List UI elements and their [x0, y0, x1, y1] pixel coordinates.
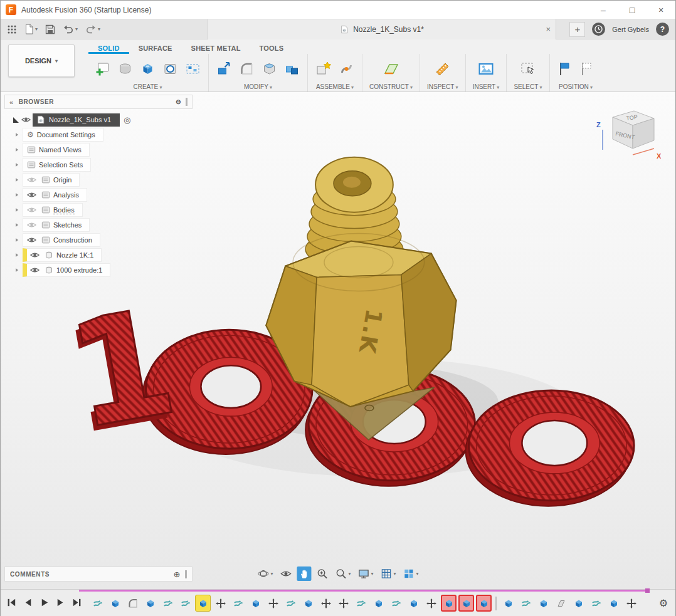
capture-position-icon[interactable] — [557, 61, 573, 77]
viewports-button[interactable]: ▾ — [401, 566, 421, 581]
maximize-button[interactable]: □ — [618, 1, 647, 19]
timeline-feature-extrude[interactable] — [248, 595, 263, 612]
timeline-feature-extrude[interactable] — [300, 595, 316, 612]
visibility-eye-icon[interactable] — [30, 266, 40, 274]
visibility-eye-off-icon[interactable] — [27, 221, 36, 229]
press-pull-icon[interactable] — [216, 61, 233, 77]
browser-item-selection-sets[interactable]: Selection Sets — [4, 158, 193, 172]
group-label-inspect[interactable]: INSPECT — [427, 83, 458, 90]
measure-icon[interactable] — [434, 61, 451, 77]
timeline-feature-extrude[interactable] — [107, 595, 123, 612]
viewcube[interactable]: Z TOP FRONT X — [594, 100, 664, 166]
timeline-feature-extrude[interactable] — [142, 595, 158, 612]
expand-arrow-icon[interactable] — [14, 253, 19, 258]
expand-arrow-icon[interactable] — [14, 207, 19, 212]
skip-to-start-button[interactable] — [6, 597, 18, 608]
zoom-button[interactable] — [314, 566, 330, 581]
orbit-button[interactable]: ▾ — [255, 566, 275, 581]
timeline-feature-move[interactable] — [335, 595, 351, 612]
play-button[interactable] — [38, 597, 50, 608]
group-label-assemble[interactable]: ASSEMBLE — [316, 83, 354, 90]
pattern-icon[interactable] — [184, 61, 201, 77]
group-label-insert[interactable]: INSERT — [473, 83, 500, 90]
hole-icon[interactable] — [162, 61, 179, 77]
group-label-position[interactable]: POSITION — [559, 83, 593, 90]
document-tab[interactable]: Nozzle_1K_Subs v1* × — [208, 19, 556, 39]
construction-plane-icon[interactable] — [383, 61, 400, 77]
timeline-feature-sketch[interactable] — [388, 595, 404, 612]
insert-canvas-icon[interactable] — [477, 61, 495, 77]
timeline-feature-sketch[interactable] — [353, 595, 369, 612]
tab-sheet-metal[interactable]: SHEET METAL — [182, 42, 250, 54]
fillet-icon[interactable] — [238, 61, 255, 77]
group-label-create[interactable]: CREATE — [133, 83, 162, 90]
visibility-eye-icon[interactable] — [21, 116, 31, 123]
timeline-feature-move[interactable] — [318, 595, 334, 612]
visibility-eye-icon[interactable] — [27, 191, 36, 199]
viewport-canvas[interactable]: 1 1 — [1, 92, 675, 589]
expand-arrow-icon[interactable] — [14, 177, 19, 182]
browser-item-origin[interactable]: Origin — [4, 173, 193, 187]
browser-root-row[interactable]: Nozzle_1K_Subs v1 ◎ — [4, 113, 193, 127]
timeline-feature-sketch[interactable] — [230, 595, 246, 612]
skip-to-end-button[interactable] — [71, 597, 83, 608]
expand-arrow-icon[interactable] — [14, 192, 19, 197]
timeline-feature-move[interactable] — [213, 595, 228, 612]
browser-item-nozzle-1k[interactable]: Nozzle 1K:1 — [4, 248, 193, 262]
zero-disc-3[interactable] — [466, 390, 634, 506]
timeline-scrubber[interactable] — [79, 590, 645, 592]
timeline-feature-sketch[interactable] — [283, 595, 298, 612]
timeline-feature-move[interactable] — [265, 595, 281, 612]
timeline-feature-extrude[interactable] — [441, 595, 457, 612]
visibility-eye-off-icon[interactable] — [27, 206, 36, 214]
timeline-feature-sketch[interactable] — [518, 595, 534, 612]
workspace-selector[interactable]: DESIGN▾ — [8, 44, 75, 77]
browser-item-sketches[interactable]: Sketches — [4, 218, 193, 232]
activate-component-icon[interactable]: ◎ — [124, 115, 130, 125]
new-document-tab-button[interactable]: + — [569, 22, 585, 37]
save-button[interactable] — [45, 24, 55, 34]
timeline-feature-extrude[interactable] — [606, 595, 621, 612]
app-grid-menu-icon[interactable] — [7, 24, 17, 34]
redo-button[interactable]: ▾ — [85, 24, 100, 34]
step-back-button[interactable] — [22, 597, 34, 608]
comments-panel[interactable]: COMMENTS ⊕ — [4, 566, 193, 582]
visibility-eye-off-icon[interactable] — [27, 176, 36, 184]
timeline-feature-sketch[interactable] — [177, 595, 193, 612]
timeline-feature-sketch[interactable] — [160, 595, 176, 612]
browser-item-analysis[interactable]: Analysis — [4, 188, 193, 202]
browser-item-1000-extrude[interactable]: 1000 extrude:1 — [4, 263, 193, 277]
timeline-feature-sketch[interactable] — [588, 595, 604, 612]
form-icon[interactable] — [117, 61, 134, 77]
browser-item-bodies[interactable]: Bodies — [4, 203, 193, 217]
expand-arrow-icon[interactable] — [14, 268, 19, 273]
timeline-feature-extrude[interactable] — [571, 595, 586, 612]
timeline-feature-sketch[interactable] — [90, 595, 105, 612]
revert-position-icon[interactable] — [579, 61, 595, 77]
new-component-icon[interactable] — [315, 61, 332, 77]
timeline-settings-gear-icon[interactable]: ⚙ — [659, 597, 668, 609]
create-sketch-icon[interactable] — [94, 61, 111, 77]
extrude-icon[interactable] — [139, 61, 156, 77]
group-label-select[interactable]: SELECT — [514, 83, 542, 90]
tab-tools[interactable]: TOOLS — [250, 42, 293, 54]
timeline-feature-extrude[interactable] — [406, 595, 421, 612]
file-menu-button[interactable]: ▾ — [24, 24, 38, 34]
browser-item-document-settings[interactable]: ⚙Document Settings — [4, 128, 193, 142]
numeral-1-extrude[interactable]: 1 1 — [53, 276, 187, 467]
group-label-construct[interactable]: CONSTRUCT — [369, 83, 413, 90]
browser-root-item[interactable]: Nozzle_1K_Subs v1 — [33, 113, 120, 127]
timeline-feature-extrude[interactable] — [195, 595, 211, 612]
collapse-all-icon[interactable]: ⊖ — [176, 98, 181, 105]
browser-item-construction[interactable]: Construction — [4, 233, 193, 247]
visibility-eye-icon[interactable] — [30, 251, 40, 259]
joint-icon[interactable] — [338, 61, 355, 77]
browser-resize-handle[interactable] — [13, 117, 19, 123]
user-account-button[interactable]: Gert Gybels — [612, 26, 649, 33]
timeline-feature-extrude[interactable] — [536, 595, 551, 612]
help-button[interactable]: ? — [656, 23, 669, 36]
select-icon[interactable] — [519, 61, 537, 77]
timeline-feature-plane[interactable] — [553, 595, 569, 612]
timeline-feature-fillet[interactable] — [125, 595, 140, 612]
expand-arrow-icon[interactable] — [14, 132, 19, 137]
